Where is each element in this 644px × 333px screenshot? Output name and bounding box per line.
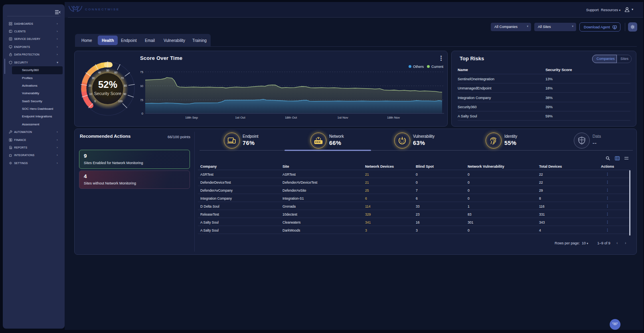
svg-text:50: 50	[106, 69, 109, 72]
svg-text:0: 0	[94, 100, 96, 103]
svg-text:18th Sep: 18th Sep	[185, 116, 198, 119]
svg-text:10: 10	[89, 93, 93, 95]
svg-text:75: 75	[140, 70, 144, 74]
svg-text:CONNECTWISE: CONNECTWISE	[85, 8, 119, 11]
svg-text:60: 60	[115, 71, 118, 74]
svg-text:90: 90	[123, 93, 126, 95]
svg-text:Security Score: Security Score	[94, 91, 121, 96]
svg-text:18th Nov: 18th Nov	[387, 116, 400, 119]
svg-text:1st Nov: 1st Nov	[337, 116, 348, 119]
svg-text:100: 100	[118, 100, 122, 103]
svg-text:80: 80	[124, 84, 127, 87]
svg-text:50: 50	[140, 84, 144, 88]
svg-text:52%: 52%	[98, 79, 117, 90]
svg-text:18th Oct: 18th Oct	[285, 116, 297, 119]
svg-text:1st Oct: 1st Oct	[235, 116, 245, 119]
svg-text:25: 25	[140, 98, 144, 102]
svg-text:70: 70	[121, 77, 124, 79]
svg-text:30: 30	[92, 77, 95, 79]
svg-text:40: 40	[98, 71, 101, 74]
svg-text:0: 0	[142, 112, 144, 115]
svg-text:20: 20	[89, 84, 92, 87]
